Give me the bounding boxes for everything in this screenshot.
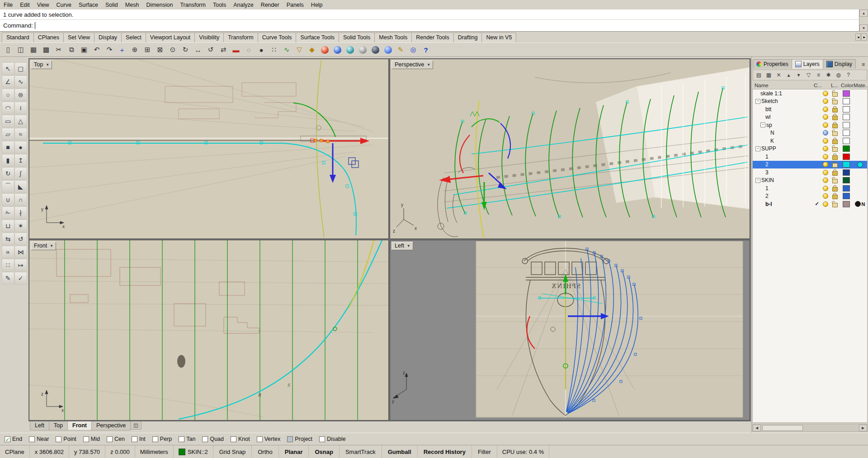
control-point-curve-icon[interactable]: ∿ xyxy=(14,75,27,88)
move-down-icon[interactable]: ▾ xyxy=(794,71,803,79)
split-icon[interactable]: ∤ xyxy=(14,206,27,219)
status-toggle-planar[interactable]: Planar xyxy=(279,445,309,458)
move-icon[interactable]: ⇄ xyxy=(217,44,229,56)
status-toggle-ortho[interactable]: Ortho xyxy=(252,445,279,458)
osnap-int[interactable]: Int xyxy=(132,436,146,442)
layer-row-wl[interactable]: wl xyxy=(753,113,867,122)
layer-lock[interactable] xyxy=(830,130,840,136)
layer-visibility[interactable] xyxy=(821,91,830,96)
status-pane-x-3606-802[interactable]: x 3606.802 xyxy=(30,445,69,458)
raytrace-viewport-icon[interactable] xyxy=(382,44,394,56)
layer-help-icon[interactable]: ? xyxy=(844,71,853,79)
layer-row-btt[interactable]: btt xyxy=(753,105,867,113)
perspective-viewport-canvas[interactable]: y x z xyxy=(390,59,750,238)
layer-color[interactable] xyxy=(840,138,853,144)
menu-edit[interactable]: Edit xyxy=(16,1,33,9)
command-scrollbar[interactable]: ▲ ▼ xyxy=(859,9,868,32)
layer-lock[interactable] xyxy=(830,177,840,183)
viewport-perspective[interactable]: y x z Perspective ▼ xyxy=(390,59,750,239)
layer-color[interactable] xyxy=(840,130,853,136)
layers-horizontal-scrollbar[interactable]: ◀ ▶ xyxy=(752,424,868,432)
layer-expander[interactable]: − xyxy=(760,122,765,127)
osnap-tan[interactable]: Tan xyxy=(179,436,195,442)
new-file-icon[interactable]: ▯ xyxy=(2,44,14,56)
ghosted-viewport-icon[interactable] xyxy=(344,44,356,56)
move-up-icon[interactable]: ▴ xyxy=(784,71,793,79)
ellipse-icon[interactable]: ⊜ xyxy=(14,89,27,101)
annotate-icon[interactable]: ✎ xyxy=(2,272,14,285)
layer-expander[interactable]: − xyxy=(755,178,760,183)
layer-color[interactable] xyxy=(840,185,853,192)
menu-transform[interactable]: Transform xyxy=(176,1,209,9)
osnap-checkbox-quad[interactable] xyxy=(202,436,208,442)
layer-visibility[interactable] xyxy=(821,162,830,167)
layer-visibility[interactable] xyxy=(821,114,830,120)
scroll-down-icon[interactable]: ▼ xyxy=(859,24,868,32)
toolbar-tab-display[interactable]: Display xyxy=(94,33,122,42)
layer-row-k[interactable]: K xyxy=(753,137,867,145)
chevron-down-icon[interactable]: ▼ xyxy=(427,63,430,67)
toolbar-tab-solid-tools[interactable]: Solid Tools xyxy=(339,33,375,42)
osnap-checkbox-int[interactable] xyxy=(132,436,137,442)
osnap-checkbox-mid[interactable] xyxy=(83,436,89,442)
layer-visibility[interactable] xyxy=(821,122,830,128)
osnap-disable[interactable]: Disable xyxy=(319,436,346,442)
menu-mesh[interactable]: Mesh xyxy=(122,1,143,9)
top-viewport-canvas[interactable]: y x xyxy=(29,59,388,238)
menu-render[interactable]: Render xyxy=(257,1,283,9)
layer-lock[interactable] xyxy=(830,154,840,160)
zoom-extents-icon[interactable]: ⊠ xyxy=(154,44,166,56)
sketch-curve-icon[interactable]: ≀ xyxy=(14,102,27,114)
filter-layers-icon[interactable]: ▽ xyxy=(804,71,813,79)
layer-row-skale-1-1[interactable]: skale 1:1 xyxy=(753,89,867,98)
viewport-label-front[interactable]: Front ▼ xyxy=(31,242,56,250)
osnap-checkbox-end[interactable]: ✓ xyxy=(5,436,10,442)
layer-lock[interactable] xyxy=(830,122,840,128)
cut-icon[interactable]: ✂ xyxy=(53,44,65,56)
viewport-left[interactable]: SPHINX xyxy=(390,240,750,421)
circle-icon[interactable]: ○ xyxy=(2,89,14,101)
layer-expander[interactable]: − xyxy=(755,99,760,104)
layer-color[interactable] xyxy=(840,145,853,152)
menu-view[interactable]: View xyxy=(33,1,53,9)
layer-color[interactable] xyxy=(840,98,853,104)
viewport-top[interactable]: y x Top ▼ xyxy=(29,59,389,239)
layer-lock[interactable] xyxy=(830,169,840,176)
layer-color[interactable] xyxy=(840,114,853,120)
open-file-icon[interactable]: ◫ xyxy=(15,44,27,56)
check-icon[interactable]: ✓ xyxy=(14,272,27,285)
filter-icon[interactable]: ▽ xyxy=(293,44,305,56)
layer-row-n[interactable]: N xyxy=(753,129,867,137)
front-viewport-canvas[interactable]: S R z x xyxy=(29,240,388,420)
osnap-point[interactable]: Point xyxy=(56,436,76,442)
scroll-right-icon[interactable]: ▶ xyxy=(859,425,867,431)
rendered-viewport-icon[interactable] xyxy=(369,44,381,56)
redo-icon[interactable]: ↷ xyxy=(104,44,115,56)
status-toggle-filter[interactable]: Filter xyxy=(472,445,497,458)
osnap-mid[interactable]: Mid xyxy=(83,436,100,442)
undo-view-icon[interactable]: ↺ xyxy=(205,44,217,56)
polyline-icon[interactable]: ∠ xyxy=(2,75,14,88)
render-icon[interactable] xyxy=(319,44,330,56)
layer-visibility[interactable] xyxy=(821,193,830,199)
chamfer-icon[interactable]: ◣ xyxy=(14,180,27,193)
toolbar-tab-surface-tools[interactable]: Surface Tools xyxy=(296,33,339,42)
panel-tab-layers[interactable]: Layers xyxy=(792,59,823,69)
toolbar-tab-mesh-tools[interactable]: Mesh Tools xyxy=(374,33,412,42)
undo-icon[interactable]: ↶ xyxy=(91,44,103,56)
layer-row-3[interactable]: 3 xyxy=(753,168,867,177)
viewport-tab-front[interactable]: Front xyxy=(67,421,92,430)
layer-lock[interactable] xyxy=(830,90,840,97)
chevron-down-icon[interactable]: ▼ xyxy=(407,244,410,248)
overflow-left-icon[interactable]: ◂ xyxy=(855,33,861,41)
rectangle-icon[interactable]: ▭ xyxy=(2,115,14,127)
layer-lock[interactable] xyxy=(830,185,840,192)
zoom-dynamic-icon[interactable]: ⊕ xyxy=(129,44,141,56)
osnap-quad[interactable]: Quad xyxy=(202,436,224,442)
rotate-view-icon[interactable]: ↻ xyxy=(179,44,191,56)
menu-solid[interactable]: Solid xyxy=(102,1,122,9)
layer-lock[interactable] xyxy=(830,114,840,120)
viewport-front[interactable]: S R z x Front ▼ xyxy=(29,240,389,421)
toolbar-tab-new-in-v5[interactable]: New in V5 xyxy=(481,33,516,42)
layer-tools-icon[interactable]: ✱ xyxy=(824,71,833,79)
